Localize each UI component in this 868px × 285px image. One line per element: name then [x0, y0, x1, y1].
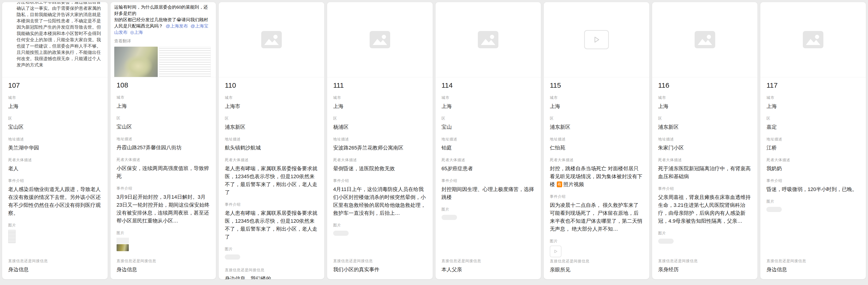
- address-value: 江桥: [766, 144, 860, 152]
- record-number: 114: [442, 81, 535, 90]
- event-value: 4月11日上午，这位消毒防疫人员在给我们小区封控楼做消杀的时候突然晕倒，小区里有…: [333, 185, 427, 217]
- image-thumbnail[interactable]: [117, 244, 129, 251]
- event-label: 事件介绍: [442, 179, 535, 183]
- direct-value: 身边信息: [117, 265, 210, 274]
- direct-label: 直接信息还是间接信息: [117, 259, 210, 263]
- address-value: 仁怡苑: [550, 144, 643, 152]
- city-value: 上海: [766, 102, 860, 110]
- direct-label: 直接信息还是间接信息: [658, 259, 752, 263]
- record-card-111[interactable]: 111 城市 上海 区 杨浦区 地址描述 安波路265弄兰花教师公寓南区 死者大…: [327, 2, 433, 279]
- record-card-108[interactable]: 运输有时间，为什么跟居委会的60的菜能到，还好多是烂的 别的区都已经分发过几批物…: [110, 2, 216, 279]
- image-thumbnail[interactable]: [117, 238, 129, 244]
- embedded-post-text: 分左右联系上中华西居委会，通过微信语音确认了这一事实。由于需要保护患者家属的隐私…: [17, 2, 101, 68]
- record-card-115[interactable]: 115 城市 上海 区 浦东新区 地址描述 仁怡苑 死者大体描述 封控，跳楼自杀…: [544, 2, 650, 279]
- event-label: 事件介绍: [658, 187, 752, 191]
- direct-value: 身边信息: [8, 265, 102, 274]
- city-value: 上海: [658, 102, 752, 110]
- image-thumbnail[interactable]: [225, 254, 240, 259]
- has-media-badge: 有: [557, 181, 562, 187]
- city-label: 城市: [550, 96, 643, 100]
- card-media-empty: [436, 2, 541, 77]
- victim-value: 死于浦东医院新冠隔离治疗中，有肾衰高血压和基础病: [658, 165, 752, 180]
- card-media-empty: [327, 2, 433, 77]
- image-thumbnail[interactable]: [766, 207, 782, 212]
- image-label: 图片: [8, 223, 102, 227]
- card-media-post[interactable]: 运输有时间，为什么跟居委会的60的菜能到，还好多是烂的 别的区都已经分发过几批物…: [111, 2, 216, 77]
- event-label: 事件介绍: [225, 203, 318, 207]
- district-value: 浦东新区: [658, 123, 752, 131]
- record-card-110[interactable]: 110 城市 上海市 区 浦东新区 地址描述 航头镇鹤沙航城 死者大体描述 老人…: [218, 2, 324, 279]
- city-label: 城市: [766, 96, 860, 100]
- image-thumbnail[interactable]: [8, 230, 16, 243]
- record-card-114[interactable]: 114 城市 上海 区 宝山 地址描述 铂庭 死者大体描述 65岁癌症患者 事件…: [435, 2, 541, 279]
- district-label: 区: [117, 116, 210, 120]
- address-label: 地址描述: [658, 137, 752, 141]
- direct-label: 直接信息还是间接信息: [225, 268, 318, 272]
- victim-value: 封控，跳楼自杀当场死亡 对面楼邻居只看见听见现场情况，因为集体被封没有下楼有照片…: [550, 165, 643, 188]
- victim-value: 老人患有哮喘，家属联系居委报备要求就医，12345也表示尽快，但是120依然来不…: [225, 165, 318, 197]
- victim-value: 老人: [8, 165, 102, 173]
- victim-label: 死者大体描述: [550, 158, 643, 162]
- image-placeholder-icon: [694, 31, 715, 48]
- image-thumbnail[interactable]: [333, 231, 349, 236]
- post-text: 运输有时间，为什么跟居委会的60的菜能到，还好多是烂的 别的区都已经分发过几批物…: [114, 4, 211, 35]
- event-value: 昏迷，呼吸微弱，120半小时到，已晚。: [766, 185, 860, 193]
- victim-value: 晕倒昏迷，送医院抢救无效: [333, 165, 427, 173]
- card-body: 108 城市 上海 区 宝山区 地址描述 丹霞山路257弄馨佳园八街坊 死者大体…: [111, 77, 216, 279]
- image-thumbnail[interactable]: [658, 239, 674, 244]
- direct-label: 直接信息还是间接信息: [333, 259, 427, 263]
- image-label: 图片: [333, 223, 427, 227]
- victim-value: 小区保安，连续两周高强度值班，导致猝死: [117, 165, 210, 180]
- district-label: 区: [766, 116, 860, 120]
- image-thumbnail[interactable]: [442, 215, 457, 220]
- event-label: 事件介绍: [550, 194, 643, 199]
- record-card-117[interactable]: 117 城市 上海 区 嘉定 地址描述 江桥 死者大体描述 我奶奶 事件介绍 昏…: [760, 2, 866, 279]
- address-label: 地址描述: [766, 137, 860, 141]
- record-number: 115: [550, 81, 643, 90]
- district-label: 区: [333, 116, 427, 120]
- image-thumbnails: [550, 246, 643, 259]
- card-media-video[interactable]: [544, 2, 649, 77]
- victim-value: 65岁癌症患者: [442, 165, 535, 173]
- event-label: 事件介绍: [766, 179, 860, 183]
- direct-value: 身边信息: [766, 265, 860, 274]
- image-thumbnails: [225, 254, 318, 268]
- view-translation-link[interactable]: 查看翻译: [114, 38, 211, 44]
- address-label: 地址描述: [225, 137, 318, 141]
- image-thumbnails: [442, 215, 535, 228]
- rotten-cabbage-photo[interactable]: [114, 47, 158, 77]
- direct-value: 本人父亲: [442, 265, 535, 274]
- card-media-screenshot[interactable]: 分左右联系上中华西居委会，通过微信语音确认了这一事实。由于需要保护患者家属的隐私…: [2, 2, 108, 77]
- card-body: 114 城市 上海 区 宝山 地址描述 铂庭 死者大体描述 65岁癌症患者 事件…: [436, 77, 541, 279]
- victim-label: 死者大体描述: [658, 158, 752, 162]
- city-value: 上海: [442, 102, 535, 110]
- victim-label: 死者大体描述: [117, 158, 210, 162]
- text-screenshot-image[interactable]: [159, 47, 211, 77]
- victim-label: 死者大体描述: [442, 158, 535, 162]
- record-number: 107: [8, 81, 102, 90]
- event-value: 封控期间因生理、心理上极度痛苦，选择跳楼: [442, 185, 535, 201]
- image-placeholder-icon: [370, 31, 390, 48]
- direct-label: 直接信息还是间接信息: [766, 259, 860, 263]
- mention-link-shanghai[interactable]: @上海发布: [166, 24, 188, 29]
- city-value: 上海: [550, 102, 643, 110]
- address-label: 地址描述: [117, 137, 210, 141]
- victim-text-suffix: 照片视频: [563, 181, 584, 187]
- record-card-107[interactable]: 分左右联系上中华西居委会，通过微信语音确认了这一事实。由于需要保护患者家属的隐私…: [2, 2, 108, 279]
- direct-value: 亲身经历: [658, 265, 752, 274]
- record-number: 116: [658, 81, 752, 90]
- card-media-empty: [652, 2, 758, 77]
- city-value: 上海: [333, 102, 427, 110]
- image-label: 图片: [766, 200, 860, 204]
- city-value: 上海市: [225, 102, 318, 110]
- image-placeholder-icon: [478, 31, 498, 48]
- district-label: 区: [8, 116, 102, 120]
- district-label: 区: [225, 116, 318, 120]
- district-label: 区: [550, 116, 643, 120]
- district-label: 区: [442, 116, 535, 120]
- record-card-116[interactable]: 116 城市 上海 区 浦东新区 地址描述 朱家门小区 死者大体描述 死于浦东医…: [652, 2, 758, 279]
- location-link-shanghai[interactable]: ◎上海: [130, 30, 143, 35]
- address-label: 地址描述: [8, 137, 102, 141]
- video-thumbnail[interactable]: [550, 246, 561, 257]
- district-value: 嘉定: [766, 123, 860, 131]
